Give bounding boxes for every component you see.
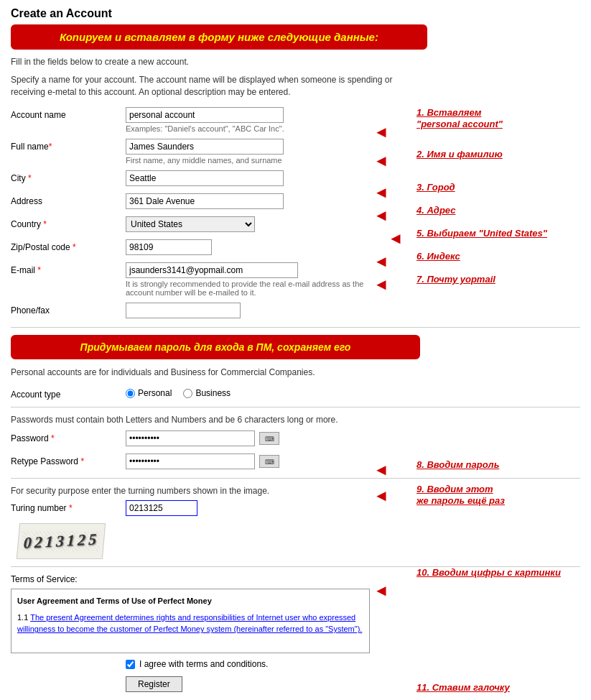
tos-box[interactable]: User Agreement and Terms of Use of Perfe… [11,589,370,653]
account-type-row: Account type Personal Business [11,387,580,400]
divider-3 [11,478,580,479]
retype-password-field: ⌨ [126,453,370,469]
phone-field [126,303,370,318]
account-info-text: Specify a name for your account. The acc… [11,74,399,98]
register-button[interactable]: Register [126,676,182,692]
personal-accounts-text: Personal accounts are for individuals an… [11,367,399,379]
tos-title: User Agreement and Terms of Use of Perfe… [17,595,363,607]
email-hint: It is strongly recommended to provide th… [126,280,370,297]
keyboard-icon-password[interactable]: ⌨ [259,432,279,445]
divider-4 [11,566,580,567]
zipcode-input[interactable] [126,239,212,255]
retype-password-label: Retype Password * [11,453,126,466]
tos-content: 1.1 The present Agreement determines rig… [17,612,363,635]
full-name-input[interactable] [126,139,284,155]
radio-business-text: Business [195,388,231,398]
account-type-label: Account type [11,387,126,400]
email-row: E-mail * It is strongly recommended to p… [11,262,580,297]
passwords-note: Passwords must contain both Letters and … [11,415,399,425]
phone-label: Phone/fax [11,303,126,316]
zipcode-field [126,239,370,255]
account-name-hint: Examples: "Daniel's account", "ABC Car I… [126,124,370,133]
radio-business[interactable] [183,389,192,398]
agree-row: I agree with terms and conditions. [126,659,580,669]
account-name-row: Account name Examples: "Daniel's account… [11,107,580,133]
divider-1 [11,327,580,328]
country-label: Country * [11,216,126,229]
country-select[interactable]: United States Canada United Kingdom Aust… [126,216,255,232]
email-label: E-mail * [11,262,126,275]
city-row: City * [11,170,580,188]
radio-personal-label[interactable]: Personal [126,388,172,398]
city-label: City * [11,170,126,183]
city-field [126,170,370,186]
address-label: Address [11,193,126,206]
account-type-radio-group: Personal Business [126,388,231,398]
country-field: United States Canada United Kingdom Aust… [126,216,370,232]
account-name-field: Examples: "Daniel's account", "ABC Car I… [126,107,370,133]
password-input[interactable] [126,430,255,446]
tos-label: Terms of Service: [11,574,580,584]
page-title: Create an Account [11,7,580,20]
fill-instruction: Fill in the fields below to create a new… [11,57,580,67]
turing-field [126,500,370,516]
tos-section: Terms of Service: User Agreement and Ter… [11,574,580,653]
address-row: Address [11,193,580,211]
email-input[interactable] [126,262,298,278]
banner-top: Копируем и вставляем в форму ниже следую… [11,24,427,50]
zipcode-label: Zip/Postal code * [11,239,126,252]
phone-row: Phone/fax [11,303,580,320]
register-row: Register [126,676,580,692]
retype-password-input[interactable] [126,453,255,469]
password-field: ⌨ [126,430,370,446]
turing-note: For security purpose enter the turning n… [11,486,580,496]
country-row: Country * United States Canada United Ki… [11,216,580,234]
turing-section: For security purpose enter the turning n… [11,486,580,559]
city-input[interactable] [126,170,284,186]
retype-password-row: Retype Password * ⌨ [11,453,580,471]
account-name-input[interactable] [126,107,284,123]
full-name-hint: First name, any middle names, and surnam… [126,156,370,165]
password-label: Password * [11,430,126,443]
address-field [126,193,370,209]
tos-link[interactable]: The present Agreement determines rights … [17,613,362,634]
agree-label: I agree with terms and conditions. [139,659,268,669]
radio-business-label[interactable]: Business [183,388,231,398]
radio-personal[interactable] [126,389,135,398]
zipcode-row: Zip/Postal code * [11,239,580,257]
phone-input[interactable] [126,303,241,318]
divider-2 [11,407,580,407]
keyboard-icon-retype[interactable]: ⌨ [259,455,279,468]
email-field-container: It is strongly recommended to provide th… [126,262,370,297]
turing-captcha-image: 0213125 [17,523,106,559]
agree-checkbox[interactable] [126,660,135,669]
full-name-row: Full name* First name, any middle names,… [11,139,580,165]
turing-input[interactable] [126,500,197,516]
account-name-label: Account name [11,107,126,120]
banner-middle: Придумываем пароль для входа в ПМ, сохра… [11,335,420,359]
full-name-field: First name, any middle names, and surnam… [126,139,370,165]
turing-row: Turing number * [11,500,580,517]
password-row: Password * ⌨ [11,430,580,448]
turing-label: Turing number * [11,500,126,513]
radio-personal-text: Personal [138,388,172,398]
address-input[interactable] [126,193,284,209]
full-name-label: Full name* [11,139,126,152]
